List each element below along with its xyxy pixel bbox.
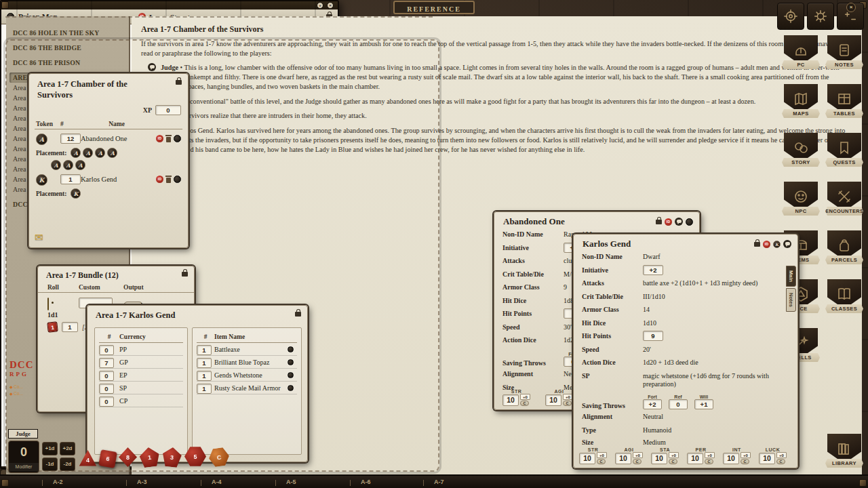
sidebar-button-library[interactable]: LIBRARY: [825, 434, 864, 468]
lock-icon[interactable]: [182, 272, 188, 277]
die[interactable]: 6: [98, 449, 117, 468]
item-row[interactable]: 1 Gends Whetstone: [197, 369, 297, 382]
id-badge-icon[interactable]: ID: [156, 176, 163, 183]
sidebar-button[interactable]: STORY: [781, 133, 821, 167]
currency-count-field[interactable]: 0: [99, 396, 114, 407]
sidebar-button[interactable]: CLASSES: [825, 279, 864, 313]
parcel-window[interactable]: Area 1-7 Karlos Gend # Currency 0 PP 7 G…: [87, 305, 308, 462]
item-row[interactable]: 1 Rusty Scale Mail Armor: [197, 382, 297, 394]
ability-check-button[interactable]: C: [669, 459, 677, 464]
modifier-die-button[interactable]: +1d: [42, 442, 58, 455]
sidebar-button[interactable]: PC: [781, 35, 821, 69]
trash-icon[interactable]: [165, 135, 172, 142]
ability-score-field[interactable]: 10: [502, 394, 519, 406]
die[interactable]: 5: [184, 446, 206, 467]
item-row[interactable]: 1 Battleaxe: [197, 343, 297, 356]
sidebar-button[interactable]: NOTES: [825, 35, 864, 69]
item-count-field[interactable]: 1: [197, 358, 212, 368]
tab-main[interactable]: Main: [786, 266, 796, 287]
npc-token[interactable]: A: [36, 134, 47, 145]
placement-token[interactable]: A: [75, 160, 85, 170]
stat-value[interactable]: +2: [643, 265, 663, 275]
ability-mod-field[interactable]: +0: [633, 452, 643, 458]
stat-value[interactable]: 20': [643, 344, 651, 354]
reference-index-item[interactable]: DCC 86 HOLE IN THE SKY: [9, 28, 125, 38]
result-die-icon[interactable]: 1: [47, 321, 58, 332]
currency-row[interactable]: 0 SP: [99, 382, 183, 394]
sidebar-button[interactable]: QUESTS: [825, 133, 864, 167]
placement-token[interactable]: A: [83, 148, 93, 158]
lock-icon[interactable]: [295, 312, 301, 317]
ability-mod-field[interactable]: +0: [705, 452, 715, 458]
modifier-die-button[interactable]: -1d: [42, 458, 58, 471]
alignment-value[interactable]: Neutral: [643, 411, 663, 422]
die[interactable]: C: [208, 446, 231, 468]
ability-score-field[interactable]: 10: [579, 453, 595, 464]
currency-row[interactable]: 0 EP: [99, 369, 183, 382]
roll-die-icon[interactable]: [47, 298, 49, 310]
item-name-link[interactable]: Brilliant Blue Topaz: [214, 359, 288, 366]
item-row[interactable]: 1 Brilliant Blue Topaz: [197, 356, 297, 369]
ability-block[interactable]: STA 10 +0 C: [651, 447, 679, 464]
item-name-link[interactable]: Battleaxe: [214, 346, 288, 353]
lock-icon[interactable]: [754, 242, 760, 247]
ability-block[interactable]: PER 10 +0 C: [687, 447, 715, 464]
die[interactable]: 4: [79, 449, 97, 467]
modifier-die-button[interactable]: +2d: [60, 442, 75, 455]
npc-row-abandoned-one[interactable]: A 12 Abandoned One ID: [35, 131, 182, 146]
npc-name-link[interactable]: Abandoned One: [81, 135, 153, 142]
stat-value[interactable]: III/1d10: [643, 291, 665, 302]
item-name-link[interactable]: Gends Whetstone: [214, 371, 288, 379]
sidebar-tool-button[interactable]: [777, 3, 804, 30]
share-envelope-icon[interactable]: ✉: [35, 231, 43, 243]
saving-throw[interactable]: Ref 0: [669, 394, 688, 409]
sidebar-button[interactable]: MAPS: [781, 84, 821, 118]
stat-value[interactable]: 1d8: [564, 296, 574, 306]
ability-score-field[interactable]: 10: [723, 453, 739, 464]
type-value[interactable]: Humanoid: [643, 425, 671, 435]
currency-count-field[interactable]: 0: [99, 371, 114, 381]
result-field[interactable]: 1: [62, 322, 78, 332]
sidebar-button[interactable]: NPC: [781, 182, 821, 216]
record-link-icon[interactable]: [288, 385, 294, 391]
die[interactable]: 8: [119, 447, 137, 467]
ability-block[interactable]: STR 10 +0 C: [502, 389, 530, 406]
ability-mod-field[interactable]: +0: [597, 452, 607, 458]
save-field[interactable]: +2: [643, 399, 662, 409]
modifier-die-button[interactable]: -2d: [60, 458, 75, 471]
ability-block[interactable]: AGI 10 +0 C: [545, 389, 573, 406]
currency-count-field[interactable]: 0: [99, 384, 114, 394]
ability-score-field[interactable]: 10: [545, 394, 561, 406]
stat-value[interactable]: 1d10: [643, 318, 656, 328]
saving-throw[interactable]: Fort +2: [643, 394, 662, 409]
item-name-link[interactable]: Rusty Scale Mail Armor: [214, 384, 288, 392]
ability-score-field[interactable]: 10: [615, 453, 631, 464]
ability-check-button[interactable]: C: [597, 459, 606, 464]
item-count-field[interactable]: 1: [197, 384, 212, 394]
stat-value[interactable]: 30': [564, 322, 572, 332]
die[interactable]: 3: [161, 447, 183, 468]
trash-icon[interactable]: [165, 176, 172, 183]
ability-check-button[interactable]: C: [520, 401, 529, 406]
die[interactable]: 1: [138, 446, 160, 468]
ability-mod-field[interactable]: +0: [520, 394, 530, 400]
npc-token[interactable]: K: [36, 174, 47, 186]
placement-token[interactable]: A: [95, 148, 105, 158]
ability-score-field[interactable]: 10: [687, 453, 703, 464]
placement-token[interactable]: A: [71, 148, 81, 158]
ability-score-field[interactable]: 10: [759, 453, 775, 464]
size-value[interactable]: Medium: [643, 437, 666, 447]
npc-window-karlos-gend[interactable]: Karlos Gend ID K Main Notes Non-ID Name …: [573, 234, 798, 468]
stat-value[interactable]: Dwarf: [643, 251, 660, 262]
close-icon[interactable]: ×: [846, 3, 856, 12]
sidebar-button[interactable]: PARCELS: [825, 230, 864, 264]
reference-title-plaque[interactable]: REFERENCE: [393, 1, 475, 14]
stat-value[interactable]: 1d20 + 1d3 deed die: [643, 357, 698, 367]
ability-check-button[interactable]: C: [563, 401, 572, 406]
ability-block[interactable]: INT 10 +0 C: [723, 447, 751, 464]
placement-token[interactable]: A: [63, 160, 73, 170]
npc-row-karlos-gend[interactable]: K 1 Karlos Gend ID: [35, 172, 182, 186]
ability-mod-field[interactable]: +0: [669, 452, 679, 458]
save-field[interactable]: +1: [694, 399, 713, 409]
currency-count-field[interactable]: 7: [99, 358, 114, 368]
